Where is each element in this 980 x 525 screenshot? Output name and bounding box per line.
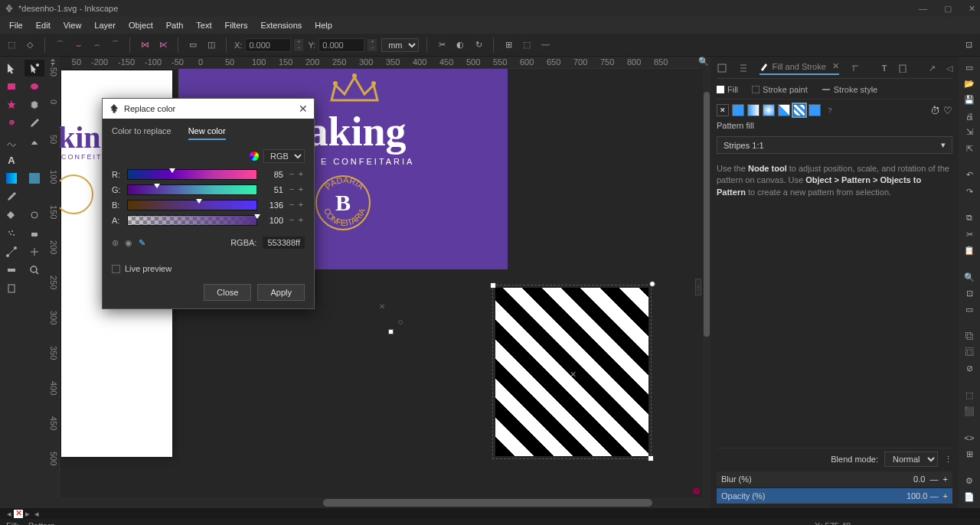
panel-tab-fill-stroke[interactable]: Fill and Stroke ✕ [760,61,838,75]
fill-none[interactable]: ✕ [717,104,729,116]
live-preview-checkbox[interactable] [112,265,120,273]
lpe-tool[interactable] [24,243,44,260]
fill-unknown[interactable]: ? [824,104,836,116]
palette-scroll-left[interactable]: ◂ [5,509,14,519]
rgba-value[interactable]: 553388ff [263,236,305,249]
menu-file[interactable]: File [3,18,29,32]
3dbox-tool[interactable] [24,96,44,113]
dock-open-icon[interactable]: 📂 [962,79,976,89]
dock-new-icon[interactable]: ▭ [962,63,976,73]
next-path-icon[interactable]: ↻ [472,38,485,52]
fill-flat[interactable] [732,104,744,116]
dialog-apply-btn[interactable]: Apply [257,284,305,301]
dock-save-icon[interactable]: 💾 [962,95,976,105]
maximize-button[interactable]: ▢ [944,4,952,14]
star-tool[interactable] [2,96,21,113]
paint-bucket-tool[interactable] [2,207,21,223]
fill-swatch[interactable] [808,104,821,116]
scrollbar-horizontal[interactable] [47,497,710,508]
fill-radial[interactable] [763,104,775,116]
node-join-icon[interactable]: ⋈ [138,38,152,52]
menu-help[interactable]: Help [309,18,338,32]
menu-layer[interactable]: Layer [88,18,122,32]
b-plus[interactable]: + [297,200,305,210]
opacity-row[interactable]: Opacity (%) 100.0 — + [717,488,952,504]
tweak-tool[interactable] [24,207,44,223]
arrow-handles-icon[interactable]: ⬚ [5,38,18,52]
units-select[interactable]: mm [381,38,419,52]
color-wheel-icon[interactable] [250,152,259,161]
y-spinner[interactable]: +− [368,39,377,51]
g-slider[interactable] [127,184,257,195]
panel-grip[interactable]: ⋮ [695,279,701,295]
node-s-icon[interactable]: ⌣ [71,38,85,52]
a-slider[interactable] [127,215,257,226]
dock-doc-props-icon[interactable]: 📄 [962,492,976,502]
r-plus[interactable]: + [297,169,305,180]
show-handles-icon[interactable]: ⊞ [501,38,515,52]
dropper-icon[interactable]: ✎ [139,238,145,248]
dock-unlink-icon[interactable]: ⊘ [962,364,976,373]
panel-tab-align[interactable] [738,61,749,75]
connector-tool[interactable] [2,243,21,260]
dock-zoom-draw-icon[interactable]: ⊡ [962,289,976,298]
handle-ne[interactable] [649,281,655,287]
dock-export-icon[interactable]: ⇱ [962,143,976,153]
dock-zoom-sel-icon[interactable]: 🔍 [962,272,976,282]
spray-tool[interactable] [2,225,21,242]
panel-close-icon[interactable]: ◁ [946,61,952,75]
dock-group-icon[interactable]: ⬚ [962,390,976,400]
subtab-stroke-style[interactable]: Stroke style [822,85,877,94]
menu-edit[interactable]: Edit [30,18,57,32]
subtab-stroke-paint[interactable]: Stroke paint [752,85,808,94]
wheel-mode-icon[interactable]: ◉ [125,238,132,248]
palette-none[interactable]: ✕ [14,510,23,518]
show-outline-icon[interactable]: ⬚ [520,38,534,52]
dock-cut-icon[interactable]: ✂ [962,230,976,240]
fill-mesh[interactable] [778,104,790,116]
dock-selectors-icon[interactable]: ⊞ [962,449,976,459]
node-a-icon[interactable]: ⌒ [108,38,122,52]
node-tool[interactable] [24,60,44,77]
panel-tab-layers[interactable] [717,61,727,75]
x-input[interactable] [245,38,291,52]
dock-print-icon[interactable]: 🖨 [962,111,976,121]
g-plus[interactable]: + [297,184,305,195]
fill-linear[interactable] [747,104,760,116]
pattern-select[interactable]: Stripes 1:1▾ [717,136,952,154]
ruler-vertical[interactable]: -50050100150200250300350400450500 [47,69,60,497]
ellipse-tool[interactable] [24,78,44,95]
menu-text[interactable]: Text [190,18,217,32]
tab-color-to-replace[interactable]: Color to replace [112,126,172,140]
gradient-tool[interactable] [2,170,21,187]
g-minus[interactable]: − [288,184,296,195]
node-handle[interactable] [388,329,394,334]
mesh-tool[interactable] [24,170,44,187]
bezier-tool[interactable] [2,133,21,150]
rectangle-tool[interactable] [2,78,21,95]
blend-mode-select[interactable]: Normal [884,452,938,467]
dialog-titlebar[interactable]: Replace color ✕ [103,99,314,119]
rotation-center-x[interactable]: ✕ [379,302,385,311]
x-spinner[interactable]: +− [294,39,303,51]
selection-rect[interactable]: ✕ [492,285,652,459]
fill-timer-icon[interactable]: ⏱ [930,105,940,116]
palette-menu[interactable]: ◂ [32,509,41,519]
minimize-button[interactable]: — [919,4,927,14]
edit-mask-icon[interactable]: ◐ [453,38,467,52]
a-plus[interactable]: + [297,215,305,226]
fill-pattern[interactable] [793,104,805,116]
dock-ungroup-icon[interactable]: ⬛ [962,406,976,416]
pencil-tool[interactable] [24,115,44,132]
dock-clone-icon[interactable]: ⿴ [962,347,976,357]
fill-heart-icon[interactable]: ♡ [943,105,952,116]
b-slider[interactable] [127,200,257,210]
cms-icon[interactable]: ⊛ [112,238,119,248]
dock-xml-icon[interactable]: <> [962,433,976,443]
palette-scroll-right[interactable]: ▸ [23,509,32,519]
handle-se[interactable] [648,455,654,461]
dock-prefs-icon[interactable]: ⚙ [962,476,976,486]
dock-copy-icon[interactable]: ⧉ [962,213,976,223]
y-input[interactable] [318,38,364,52]
replace-color-dialog[interactable]: Replace color ✕ Color to replace New col… [102,98,315,309]
